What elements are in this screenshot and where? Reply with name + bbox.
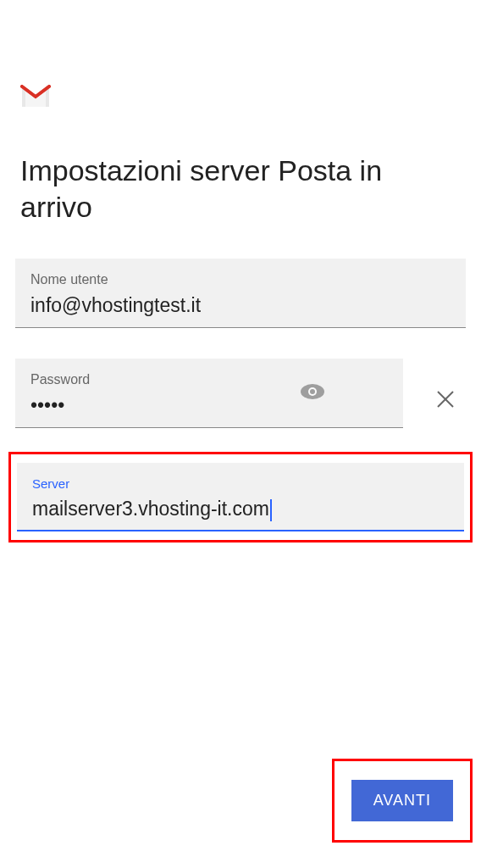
show-password-icon[interactable] (300, 383, 325, 403)
next-button-highlight-annotation: AVANTI (332, 759, 473, 843)
server-input[interactable]: mailserver3.vhosting-it.com (32, 498, 269, 520)
gmail-icon (20, 85, 473, 112)
username-label: Nome utente (30, 272, 451, 287)
close-icon[interactable] (435, 388, 456, 415)
server-field-group[interactable]: Server mailserver3.vhosting-it.com (17, 463, 464, 531)
username-field-group[interactable]: Nome utente (15, 259, 466, 328)
password-input[interactable]: ••••• (30, 394, 388, 417)
text-cursor (270, 499, 272, 521)
page-title: Impostazioni server Posta in arrivo (20, 153, 461, 225)
svg-point-2 (310, 389, 315, 394)
password-label: Password (30, 372, 388, 387)
server-label: Server (32, 476, 449, 491)
username-input[interactable] (30, 294, 451, 317)
server-highlight-annotation: Server mailserver3.vhosting-it.com (8, 452, 473, 542)
password-field-group[interactable]: Password ••••• (15, 359, 403, 428)
next-button[interactable]: AVANTI (351, 780, 453, 821)
